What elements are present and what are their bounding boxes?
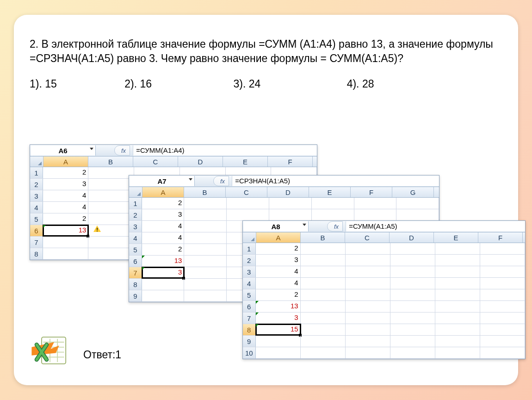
row-header[interactable]: 1 [129,198,142,209]
cell[interactable]: 4 [256,266,301,277]
row-header[interactable]: 7 [243,312,256,324]
row-header[interactable]: 7 [30,237,43,248]
select-all-corner[interactable] [30,156,43,167]
cell[interactable] [88,213,134,225]
row-header[interactable]: 8 [129,279,142,290]
cell[interactable] [184,244,227,255]
cell[interactable] [480,336,525,347]
cell[interactable] [301,278,346,289]
cell[interactable] [346,324,390,335]
row-header[interactable]: 5 [30,213,43,225]
cell[interactable] [88,202,134,213]
row-header[interactable]: 8 [30,248,43,259]
row-header[interactable]: 5 [129,244,142,255]
cell[interactable] [184,232,227,244]
row-header[interactable]: 6 [243,301,256,312]
cell[interactable] [354,198,397,209]
cell[interactable] [480,289,525,300]
col-header-D[interactable]: D [178,156,223,167]
col-header-E[interactable]: E [434,232,478,243]
select-all-corner[interactable] [129,187,142,197]
col-header-E[interactable]: E [223,156,268,167]
cell[interactable] [480,301,525,312]
cell[interactable] [256,347,301,358]
formula-input[interactable]: =СРЗНАЧ(A1:A5) [232,176,439,186]
cell[interactable]: 15 [256,324,301,335]
cell[interactable] [256,336,301,347]
row-header[interactable]: 4 [30,202,43,213]
cell[interactable]: 3 [256,312,301,324]
cell[interactable] [390,255,435,266]
formula-input[interactable]: =СУММ(A1:A5) [346,221,525,231]
cell[interactable]: 13 [142,256,185,267]
cell[interactable] [390,312,435,324]
cell[interactable] [301,255,346,266]
cell[interactable]: 3 [142,267,185,278]
cell[interactable] [435,289,480,300]
cell[interactable] [184,290,227,301]
cell[interactable] [301,266,346,277]
fx-button[interactable]: fx [114,145,130,156]
cell[interactable]: 4 [43,190,89,201]
name-box[interactable]: A8 [243,221,309,231]
dropdown-icon[interactable] [90,148,93,150]
row-header[interactable]: 3 [129,221,142,232]
cell[interactable] [390,278,435,289]
cell[interactable]: 4 [142,221,185,232]
row-header[interactable]: 9 [129,290,142,301]
cell[interactable] [390,336,435,347]
cell[interactable] [435,324,480,335]
cell[interactable]: 2 [256,289,301,300]
cell[interactable] [390,243,435,254]
cell[interactable]: 3 [256,255,301,266]
cell[interactable] [312,209,354,220]
col-header-D[interactable]: D [390,232,434,243]
cell[interactable]: 4 [256,278,301,289]
cell[interactable] [354,209,397,220]
cell[interactable] [480,312,525,324]
cell[interactable]: 2 [142,198,185,209]
cell[interactable] [184,267,227,278]
row-header[interactable]: 6 [30,225,43,236]
row-header[interactable]: 1 [243,243,256,254]
cell[interactable] [88,190,134,201]
cell[interactable] [184,209,227,220]
cell[interactable] [184,256,227,267]
cell[interactable] [480,255,525,266]
row-header[interactable]: 9 [243,336,256,347]
cell[interactable] [480,278,525,289]
cell[interactable] [88,179,134,190]
row-header[interactable]: 4 [243,278,256,289]
cell[interactable] [396,198,439,209]
cell[interactable] [142,290,185,301]
cell[interactable] [346,255,390,266]
cell[interactable] [346,266,390,277]
row-header[interactable]: 8 [243,324,256,335]
col-header-G[interactable]: G [392,187,434,197]
row-header[interactable]: 2 [129,209,142,220]
cell[interactable] [390,289,435,300]
row-header[interactable]: 7 [129,267,142,278]
cell[interactable] [435,336,480,347]
cell[interactable] [88,237,134,248]
cell[interactable] [435,301,480,312]
cell[interactable] [184,221,227,232]
cell[interactable]: 2 [43,167,89,178]
cell[interactable] [227,198,269,209]
row-header[interactable]: 2 [243,255,256,266]
cell[interactable] [301,336,346,347]
cell[interactable] [88,248,134,259]
cell[interactable] [142,279,185,290]
col-header-A[interactable]: A [142,187,184,197]
formula-input[interactable]: =СУММ(A1:A4) [133,145,317,156]
cell[interactable] [435,312,480,324]
col-header-E[interactable]: E [309,187,351,197]
cell[interactable] [435,255,480,266]
cell[interactable]: 4 [43,202,89,213]
cell[interactable] [301,312,346,324]
col-header-C[interactable]: C [226,187,267,197]
cell[interactable] [346,336,390,347]
cell[interactable] [346,301,390,312]
cell[interactable] [390,347,435,358]
cell[interactable]: 3 [142,209,185,220]
